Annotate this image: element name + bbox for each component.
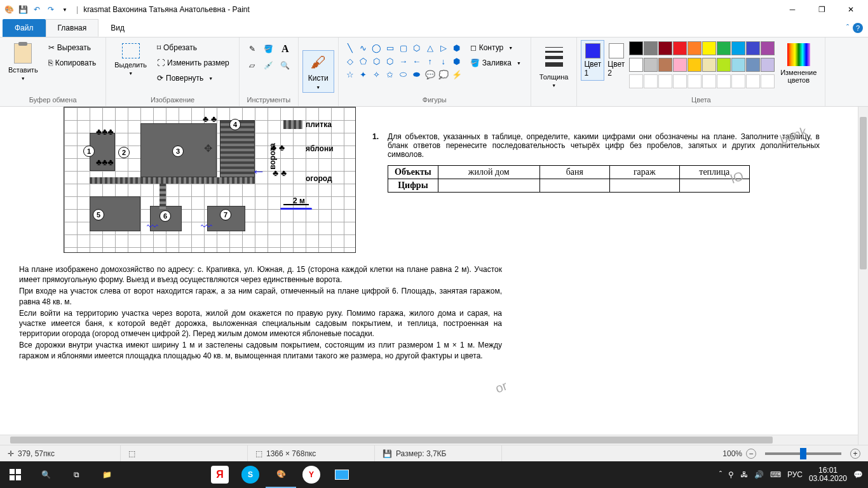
color-swatch[interactable] — [761, 74, 775, 88]
color-swatch[interactable] — [746, 41, 760, 55]
paste-button[interactable]: Вставить ▼ — [4, 40, 43, 84]
explorer-icon[interactable]: 📁 — [92, 461, 122, 488]
color-swatch[interactable] — [717, 58, 731, 72]
pencil-tool[interactable]: ✎ — [245, 41, 260, 57]
color2-button[interactable]: Цвет 2 — [604, 40, 628, 81]
thickness-button[interactable]: Толщина ▼ — [535, 40, 573, 91]
color-swatch[interactable] — [688, 41, 702, 55]
resize-button[interactable]: ⛶Изменить размер — [154, 57, 233, 69]
color-swatch[interactable] — [658, 41, 672, 55]
tab-file[interactable]: Файл — [3, 19, 46, 37]
picker-tool[interactable]: 💉 — [261, 58, 276, 73]
yandex-browser-icon[interactable]: Y — [296, 461, 327, 488]
yandex-icon[interactable]: Я — [205, 461, 235, 488]
undo-icon[interactable]: ↶ — [31, 3, 43, 16]
color-swatch[interactable] — [717, 74, 731, 88]
color-swatch[interactable] — [629, 41, 643, 55]
dimensions-icon: ⬚ — [255, 449, 262, 458]
color-swatch[interactable] — [746, 58, 760, 72]
color-swatch[interactable] — [673, 74, 687, 88]
tray-chevron-icon[interactable]: ˆ — [719, 470, 722, 479]
taskview-button[interactable]: ⧉ — [61, 461, 92, 488]
volume-icon[interactable]: 🔊 — [754, 470, 764, 479]
tray-clock[interactable]: 16:0103.04.2020 — [809, 466, 847, 483]
monitor-icon[interactable] — [327, 461, 357, 488]
cut-button[interactable]: ✂Вырезать — [45, 41, 100, 54]
selection-icon: ⬚ — [128, 449, 135, 458]
save-icon[interactable]: 💾 — [17, 3, 29, 16]
copy-button[interactable]: ⎘Копировать — [45, 57, 100, 69]
paint-taskbar-icon[interactable]: 🎨 — [266, 461, 296, 488]
color-swatch[interactable] — [629, 74, 643, 88]
skype-icon[interactable]: S — [235, 461, 266, 488]
fill-tool[interactable]: 🪣 — [261, 41, 276, 57]
fill-icon: 🪣 — [470, 58, 480, 67]
help-icon[interactable]: ? — [853, 23, 863, 33]
qat-dropdown-icon[interactable]: ▼ — [58, 3, 71, 16]
group-label-tools: Инструменты — [243, 95, 294, 105]
task-block: 1. Для объектов, указанных в таблице, оп… — [388, 132, 820, 193]
paint-app-icon: 🎨 — [3, 3, 15, 16]
tab-home[interactable]: Главная — [46, 19, 99, 37]
rotate-icon: ⟳ — [157, 74, 163, 83]
color-swatch[interactable] — [746, 74, 760, 88]
start-button[interactable] — [0, 461, 31, 488]
color-swatch[interactable] — [702, 41, 716, 55]
svg-rect-0 — [10, 469, 15, 474]
color-swatch[interactable] — [717, 41, 731, 55]
status-dims: 1366 × 768пкс — [266, 449, 316, 458]
color-swatch[interactable] — [702, 74, 716, 88]
crop-button[interactable]: ⌑Обрезать — [154, 41, 233, 54]
color-swatch[interactable] — [644, 74, 658, 88]
color1-button[interactable]: Цвет 1 — [581, 40, 604, 81]
color-swatch[interactable] — [644, 58, 658, 72]
zoom-slider[interactable] — [765, 452, 841, 455]
rotate-button[interactable]: ⟳Повернуть▼ — [154, 72, 233, 85]
language-indicator[interactable]: РУС — [787, 470, 803, 479]
scrollbar-vertical[interactable] — [858, 107, 868, 450]
color-swatch[interactable] — [731, 58, 745, 72]
edit-colors-button[interactable]: Изменение цветов — [776, 40, 821, 87]
color-swatch[interactable] — [629, 58, 643, 72]
brushes-button[interactable]: 🖌 Кисти ▼ — [302, 50, 334, 93]
task-table: Объектыжилой домбанягаражтеплица Цифры — [388, 165, 750, 193]
close-button[interactable]: ✕ — [836, 0, 865, 19]
color-swatch[interactable] — [702, 58, 716, 72]
color-swatch[interactable] — [731, 74, 745, 88]
color-palette[interactable] — [628, 40, 776, 57]
maximize-button[interactable]: ❐ — [807, 0, 836, 19]
color-swatch[interactable] — [761, 58, 775, 72]
color-swatch[interactable] — [761, 41, 775, 55]
collapse-ribbon-icon[interactable]: ˆ — [846, 24, 849, 32]
keyboard-icon[interactable]: ⌨ — [770, 470, 781, 479]
search-button[interactable]: 🔍 — [31, 461, 61, 488]
titlebar: 🎨 💾 ↶ ↷ ▼ | krasmat Вахонина Татьяна Ана… — [0, 0, 868, 19]
notifications-icon[interactable]: 💬 — [853, 470, 863, 479]
color-swatch[interactable] — [688, 74, 702, 88]
zoom-tool[interactable]: 🔍 — [278, 58, 293, 73]
shape-outline-button[interactable]: ◻Контур▼ — [467, 41, 524, 54]
scrollbar-horizontal[interactable] — [0, 435, 858, 445]
status-size: Размер: 3,7КБ — [396, 449, 446, 458]
zoom-in-button[interactable]: + — [850, 449, 860, 459]
color-swatch[interactable] — [688, 58, 702, 72]
text-tool[interactable]: A — [278, 41, 293, 57]
shape-fill-button[interactable]: 🪣Заливка▼ — [467, 57, 524, 69]
redo-icon[interactable]: ↷ — [44, 3, 57, 16]
eraser-tool[interactable]: ▱ — [245, 58, 260, 73]
color-swatch[interactable] — [658, 74, 672, 88]
minimize-button[interactable]: ─ — [778, 0, 807, 19]
network-icon[interactable]: 🖧 — [740, 470, 748, 479]
canvas-area[interactable]: 1 2 3 4 5 6 7 ♣♣♣ ♣♣♣ ♣ ♣ ♣ ♣ ♣ ♣ плитка… — [0, 107, 858, 458]
color-swatch[interactable] — [644, 41, 658, 55]
shapes-gallery[interactable]: ╲∿◯▭▢⬡△▷⬢ ◇⬠⬡⬡→←↑↓⬢ ☆✦✧✩⬭⬬💬💭⚡ — [342, 40, 465, 82]
color-swatch[interactable] — [731, 41, 745, 55]
tab-view[interactable]: Вид — [98, 19, 137, 37]
color-swatch[interactable] — [673, 41, 687, 55]
select-button[interactable]: Выделить ▼ — [110, 40, 151, 79]
color-swatch[interactable] — [658, 58, 672, 72]
zoom-out-button[interactable]: − — [746, 449, 756, 459]
task-description: На плане изображено домохозяйство по адр… — [19, 264, 502, 361]
wifi-icon[interactable]: ⚲ — [728, 470, 734, 479]
color-swatch[interactable] — [673, 58, 687, 72]
